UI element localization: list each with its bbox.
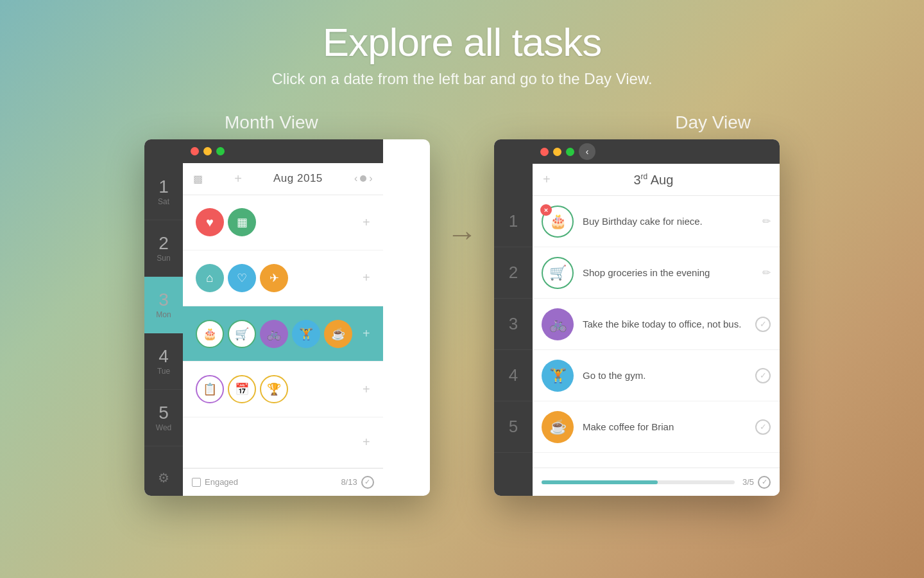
- month-sidebar: 1 Sat 2 Sun 3 Mon 4 Tue 5 Wed: [144, 139, 183, 496]
- bike-symbol: 🚲: [267, 327, 281, 341]
- day-tl-yellow[interactable]: [553, 148, 561, 156]
- day-sidebar: 1 2 3 4 5: [494, 139, 533, 496]
- task-icon-home: ⌂: [196, 264, 224, 292]
- day-number-3: 3: [158, 291, 169, 309]
- footer-count: 8/13 ✓: [341, 476, 373, 489]
- back-button[interactable]: ‹: [579, 143, 595, 160]
- day-name-5: Wed: [156, 423, 171, 432]
- sidebar-date-5[interactable]: 5 Wed: [144, 390, 183, 446]
- month-header-title: Aug 2015: [273, 172, 323, 185]
- month-view-label: Month View: [225, 112, 318, 133]
- day-sidebar-num-4: 4: [494, 350, 533, 401]
- task-row-2: 🛒 Shop groceries in the evening ✏: [533, 247, 780, 299]
- add-row-2-btn[interactable]: +: [357, 268, 375, 288]
- task-row-1: 🎂 × Buy Birthday cake for niece. ✏: [533, 196, 780, 247]
- delete-badge-1[interactable]: ×: [540, 204, 552, 216]
- sidebar-date-2[interactable]: 2 Sun: [144, 220, 183, 277]
- task-icons-row-1: ♥ ▦: [191, 208, 357, 236]
- task-row-3: 🚲 Take the bike today to office, not bus…: [533, 299, 780, 350]
- task-1-text: Buy Birthday cake for niece.: [583, 215, 753, 228]
- sidebar-date-1[interactable]: 1 Sat: [144, 164, 183, 220]
- day-number-5: 5: [158, 404, 169, 422]
- month-row-1: ♥ ▦ +: [183, 195, 383, 251]
- progress-bar-container: [542, 480, 735, 484]
- task-icon-coffee: ☕: [324, 320, 352, 348]
- prev-month-btn[interactable]: ‹: [354, 173, 357, 184]
- day-header: + 3rd Aug: [533, 164, 780, 196]
- task-2-edit-icon[interactable]: ✏: [762, 267, 771, 279]
- task-1-edit-icon[interactable]: ✏: [762, 215, 771, 227]
- task-icon-gym: 🏋: [292, 320, 320, 348]
- add-task-header-button[interactable]: +: [234, 171, 242, 186]
- task-5-text: Make coffee for Brian: [583, 421, 746, 434]
- task-3-text: Take the bike today to office, not bus.: [583, 318, 746, 331]
- progress-bar-fill: [542, 480, 658, 484]
- task-3-check[interactable]: ✓: [755, 317, 771, 332]
- add-row-5-btn[interactable]: +: [357, 432, 375, 452]
- chart-icon[interactable]: ▩: [193, 173, 203, 185]
- day-right: ‹ + 3rd Aug 🎂 × Buy: [533, 139, 780, 496]
- day-footer-count: 3/5 ✓: [742, 476, 771, 489]
- day-number-2: 2: [158, 234, 169, 252]
- day-footer: 3/5 ✓: [533, 468, 780, 496]
- footer-check-icon: ✓: [361, 476, 374, 489]
- plane-symbol: ✈: [270, 271, 279, 285]
- month-footer: Engaged 8/13 ✓: [183, 468, 383, 496]
- day-footer-count-text: 3/5: [742, 477, 754, 487]
- month-right: ▩ + Aug 2015 ‹ › ♥: [183, 139, 383, 496]
- gym-symbol: 🏋: [299, 327, 313, 341]
- task-4-icon: 🏋: [542, 360, 574, 392]
- task-icon-plane: ✈: [260, 264, 288, 292]
- current-month-dot: [360, 175, 366, 182]
- task-icon-cake: 🎂: [196, 320, 224, 348]
- task-5-check[interactable]: ✓: [755, 419, 771, 435]
- traffic-light-green[interactable]: [216, 147, 225, 155]
- panels-container: 1 Sat 2 Sun 3 Mon 4 Tue 5 Wed: [103, 139, 821, 496]
- traffic-light-yellow[interactable]: [203, 147, 212, 155]
- task-icons-row-2: ⌂ ♡ ✈: [191, 264, 357, 292]
- task-icon-health: ♡: [228, 264, 256, 292]
- task-icons-row-3: 🎂 🛒 🚲 🏋 ☕: [191, 320, 357, 348]
- date-symbol: 📅: [235, 382, 249, 396]
- day-name-1: Sat: [158, 197, 169, 206]
- task-2-text: Shop groceries in the evening: [583, 267, 753, 279]
- day-date-num: 3: [633, 172, 640, 186]
- next-month-btn[interactable]: ›: [369, 173, 372, 184]
- task-icon-trophy: 🏆: [260, 375, 288, 403]
- coffee-symbol: ☕: [331, 327, 345, 341]
- task-5-symbol: ☕: [549, 419, 567, 435]
- task-icons-row-4: 📋 📅 🏆: [191, 375, 357, 403]
- month-nav: ‹ ›: [354, 173, 373, 184]
- day-date-sup: rd: [641, 172, 648, 181]
- day-number-4: 4: [158, 347, 169, 365]
- sidebar-date-4[interactable]: 4 Tue: [144, 333, 183, 390]
- add-row-3-btn[interactable]: +: [357, 324, 375, 344]
- month-row-3: 🎂 🛒 🚲 🏋 ☕: [183, 306, 383, 362]
- day-titlebar: ‹: [533, 139, 780, 164]
- arrow-icon: →: [447, 216, 477, 252]
- day-tl-red[interactable]: [540, 148, 549, 156]
- add-task-day-btn[interactable]: +: [543, 172, 551, 187]
- task-icon-calendar: ▦: [228, 208, 256, 236]
- task-2-icon: 🛒: [542, 257, 574, 289]
- cart-symbol: 🛒: [235, 327, 249, 341]
- home-symbol: ⌂: [206, 271, 213, 285]
- heart-symbol: ♥: [206, 215, 214, 230]
- month-row-2: ⌂ ♡ ✈ +: [183, 250, 383, 306]
- traffic-light-red[interactable]: [191, 147, 199, 155]
- gear-icon[interactable]: ⚙: [158, 470, 169, 486]
- sidebar-date-3[interactable]: 3 Mon: [144, 277, 183, 333]
- month-row-4: 📋 📅 🏆 +: [183, 362, 383, 417]
- day-header-title: 3rd Aug: [633, 172, 673, 188]
- task-row-4: 🏋 Go to the gym. ✓: [533, 350, 780, 401]
- health-symbol: ♡: [237, 271, 247, 285]
- header-section: Explore all tasks Click on a date from t…: [271, 19, 652, 88]
- task-4-check[interactable]: ✓: [755, 368, 771, 383]
- task-3-icon: 🚲: [542, 308, 574, 340]
- task-4-symbol: 🏋: [549, 367, 567, 384]
- day-window: 1 2 3 4 5 ‹ + 3rd: [494, 139, 780, 496]
- day-tl-green[interactable]: [566, 148, 574, 156]
- add-row-1-btn[interactable]: +: [357, 213, 375, 232]
- add-row-4-btn[interactable]: +: [357, 380, 375, 399]
- footer-checkbox[interactable]: [192, 478, 201, 487]
